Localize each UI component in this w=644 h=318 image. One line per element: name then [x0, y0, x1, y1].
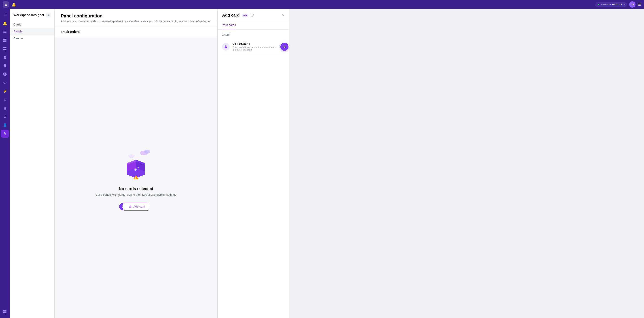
sidebar-icon-person[interactable]: [1, 53, 9, 61]
plus-circle-icon: ⊕: [129, 204, 132, 209]
card-count-badge: 0/6: [242, 14, 248, 17]
right-panel: Add card 0/6 ⓘ × Your cards 1 card CTT t…: [217, 9, 289, 318]
svg-rect-6: [5, 40, 6, 42]
sidebar-icon-home[interactable]: ⊙: [1, 11, 9, 19]
svg-rect-15: [5, 310, 6, 312]
svg-rect-2: [3, 32, 6, 33]
svg-rect-1: [3, 32, 6, 32]
section-header: Track orders: [54, 27, 217, 37]
availability-dot: [598, 3, 600, 6]
hamburger-menu-icon[interactable]: ☰: [638, 2, 641, 7]
add-card-label: Add card: [134, 205, 145, 208]
nav-item-panels[interactable]: Panels: [10, 28, 54, 35]
right-panel-header: Add card 0/6 ⓘ ×: [218, 9, 289, 21]
step2-badge: 2: [280, 43, 288, 51]
right-panel-body: 1 card CTT tracking This card allows to …: [218, 30, 289, 318]
nav-sidebar-header: Workspace Designer ‹: [10, 12, 54, 21]
user-avatar[interactable]: JS: [629, 1, 636, 8]
svg-rect-16: [3, 312, 5, 313]
topbar: tt 🔔 Available 00:01:17 ▾ JS ☰: [0, 0, 644, 9]
svg-rect-14: [3, 310, 5, 312]
nav-sidebar: Workspace Designer ‹ Cards Panels Canvas: [10, 9, 54, 318]
svg-rect-5: [3, 40, 5, 42]
main-content: Panel configuration Add, resize and reor…: [54, 9, 217, 318]
svg-point-19: [144, 150, 150, 154]
sidebar-icon-user-settings[interactable]: 👤: [1, 121, 9, 129]
sidebar-icon-notifications[interactable]: 🔔: [1, 19, 9, 27]
card-count: 1 card: [222, 33, 284, 36]
icon-sidebar: ⊙ 🔔: [0, 9, 10, 318]
empty-title: No cards selected: [119, 186, 153, 191]
bell-icon[interactable]: 🔔: [11, 1, 17, 8]
svg-point-24: [225, 46, 226, 47]
sidebar-icon-modules[interactable]: [1, 308, 9, 316]
sidebar-icon-edit[interactable]: ✎: [1, 130, 9, 138]
tab-your-cards[interactable]: Your cards: [222, 21, 236, 29]
add-card-button[interactable]: ⊕ Add card: [123, 202, 149, 211]
section-title: Track orders: [61, 30, 80, 34]
main-layout: ⊙ 🔔: [0, 0, 289, 318]
svg-rect-9: [5, 49, 6, 50]
right-panel-title-row: Add card 0/6 ⓘ: [222, 13, 254, 18]
svg-rect-8: [3, 49, 5, 50]
card-name: CTT tracking: [232, 42, 276, 46]
panel-body: ✦ ✦ ! No cards selected Build panels wit…: [54, 37, 217, 318]
sidebar-icon-settings[interactable]: ⚙: [1, 113, 9, 121]
empty-state-illustration: ✦ ✦ !: [118, 144, 154, 181]
panel-title: Panel configuration: [61, 14, 211, 18]
sidebar-icon-code[interactable]: </>: [1, 79, 9, 87]
panel-header: Panel configuration Add, resize and reor…: [54, 9, 217, 27]
chevron-down-icon: ▾: [624, 3, 625, 6]
sidebar-bottom: [1, 308, 9, 318]
nav-item-canvas[interactable]: Canvas: [10, 35, 54, 42]
svg-text:!: !: [135, 177, 136, 179]
card-info: CTT tracking This card allows to see the…: [232, 42, 276, 51]
sidebar-icon-globe[interactable]: [1, 70, 9, 78]
sidebar-icon-sync[interactable]: ↻: [1, 96, 9, 104]
nav-sidebar-title: Workspace Designer: [14, 13, 44, 17]
timer-display: 00:01:17: [612, 3, 622, 6]
panel-subtitle: Add, resize and reorder cards. If the pa…: [61, 20, 211, 23]
svg-point-20: [128, 154, 134, 158]
svg-point-10: [4, 56, 6, 57]
available-label: Available: [601, 3, 611, 6]
right-panel-tabs: Your cards: [218, 21, 289, 30]
close-button[interactable]: ×: [282, 13, 285, 18]
right-panel-title: Add card: [222, 13, 240, 18]
card-avatar: [222, 43, 230, 50]
card-description: This card allows to see the current stat…: [232, 46, 276, 51]
app-logo[interactable]: tt: [3, 1, 9, 8]
sidebar-icon-grid[interactable]: [1, 36, 9, 44]
svg-rect-17: [5, 312, 6, 313]
svg-rect-7: [3, 47, 6, 48]
empty-subtitle: Build panels with cards, define their la…: [96, 193, 176, 196]
svg-rect-3: [3, 39, 5, 40]
topbar-left: tt 🔔: [3, 1, 17, 8]
collapse-sidebar-button[interactable]: ‹: [46, 12, 51, 18]
card-item: CTT tracking This card allows to see the…: [222, 39, 284, 54]
nav-item-cards[interactable]: Cards: [10, 21, 54, 28]
availability-indicator[interactable]: Available 00:01:17 ▾: [595, 2, 627, 7]
sidebar-icon-list[interactable]: [1, 28, 9, 36]
sidebar-icon-layout[interactable]: [1, 45, 9, 53]
svg-text:✦: ✦: [137, 166, 140, 169]
info-icon[interactable]: ⓘ: [251, 14, 254, 18]
svg-rect-0: [3, 31, 6, 31]
sidebar-icon-shield[interactable]: [1, 62, 9, 70]
sidebar-icon-target[interactable]: ◎: [1, 104, 9, 112]
svg-rect-4: [5, 39, 6, 40]
sidebar-icon-lightning[interactable]: ⚡: [1, 87, 9, 95]
topbar-right: Available 00:01:17 ▾ JS ☰: [595, 1, 642, 8]
